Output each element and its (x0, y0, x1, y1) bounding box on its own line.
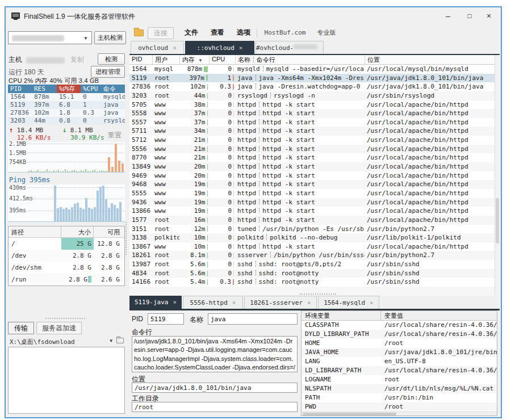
maximize-button[interactable]: □ (461, 10, 478, 22)
process-row[interactable]: 13987root5.6m0sshdsshd: root@pts/0,pts/2… (129, 260, 495, 269)
table-header[interactable]: 环境变量 变量值 (301, 311, 497, 321)
process-row[interactable]: 8770www21m0httpdhttpd -k start/usr/local… (129, 153, 495, 162)
process-row[interactable]: 14166root5.4m0.3sshdsshd: root@notty/usr… (129, 278, 495, 287)
process-row[interactable]: 5556www21m0httpdhttpd -k start/usr/local… (129, 145, 495, 154)
process-row[interactable]: 18261root8.1m0ssserver/bin/python /usr/b… (129, 251, 495, 260)
close-icon[interactable]: × (307, 299, 311, 306)
process-row[interactable]: 5712www21m0httpdhttpd -k start/usr/local… (129, 136, 495, 145)
copy-link[interactable]: 复制 (70, 55, 84, 65)
pid-field[interactable] (148, 313, 184, 325)
process-row[interactable]: 3203root44m0rsyslogdrsyslogd -n/usr/sbin… (129, 91, 495, 100)
process-row[interactable]: 13867www10m0httpdhttpd -k start/usr/loca… (129, 242, 495, 251)
disk-row[interactable]: /dev2.8 G2.8 G (9, 250, 124, 262)
minimize-button[interactable]: – (439, 10, 456, 22)
tab-transfer[interactable]: 传输 (8, 322, 34, 334)
env-row[interactable]: PWD/root (301, 402, 497, 411)
transfer-file-list[interactable] (8, 347, 125, 414)
process-manager-button[interactable]: 进程管理 (91, 66, 125, 78)
process-row[interactable]: 13849www20m0httpdhttpd -k start/usr/loca… (129, 162, 495, 171)
close-icon[interactable]: × (173, 44, 177, 52)
view-menu[interactable]: 查看 (206, 27, 229, 39)
splitter-handle[interactable] (45, 318, 85, 319)
process-row[interactable]: 1577root16m0httpdhttpd -k start/usr/loca… (129, 216, 495, 225)
process-row[interactable]: 5557www37m0httpdhttpd -k start/usr/local… (129, 118, 495, 127)
env-row[interactable]: NLSPATH/usr/dt/lib/nls/msg/%L/%N.cat (301, 384, 497, 393)
process-row[interactable]: 5555www19m0httpdhttpd -k start/usr/local… (129, 189, 495, 198)
column-header-user[interactable]: 用户 (152, 55, 179, 64)
pro-version-link[interactable]: 专业版 (312, 27, 341, 39)
process-row[interactable]: 9469www20m0httpdhttpd -k start/usr/local… (129, 171, 495, 180)
column-header-mem[interactable]: 内存▼ (179, 55, 209, 64)
check-button[interactable]: 检测 (98, 53, 125, 65)
chevron-down-icon[interactable]: ▼ (110, 338, 112, 343)
column-header-name-cmd[interactable]: 名称命令行 (235, 55, 365, 64)
hostbuf-link[interactable]: HostBuf.com (261, 27, 309, 39)
splitter-handle[interactable] (300, 293, 336, 295)
location-field[interactable] (132, 383, 298, 393)
column-header-cpu[interactable]: CPU (209, 55, 235, 64)
env-row[interactable]: DYLD_LIBRARY_PATH/usr/local/share/resin-… (301, 330, 497, 339)
workdir-field[interactable] (132, 402, 298, 412)
tab-session-1[interactable]: ovhcloud× (131, 41, 184, 54)
env-row[interactable]: LD_LIBRARY_PATH/usr/local/share/resin-4.… (301, 366, 497, 375)
name-field[interactable] (208, 313, 298, 325)
process-row[interactable]: 27836root102m0.3javajava -Dresin.watchdo… (129, 82, 495, 91)
download-path-bar[interactable]: X:\桌面\fsdownload ▼ (8, 337, 125, 347)
close-button[interactable]: × (480, 10, 497, 22)
env-row[interactable]: PATH/usr/bin:/bin (301, 393, 497, 402)
column-header-pid[interactable]: PID (129, 55, 152, 64)
close-icon[interactable]: × (232, 299, 236, 306)
host-check-button[interactable]: 主机检测 (94, 31, 126, 44)
host-select-combobox[interactable]: ▼ (8, 31, 92, 44)
tab-detail-3[interactable]: 18261-ssserver× (244, 296, 317, 309)
process-row[interactable]: 1564mysql878m0mysqldmysqld --basedir=/us… (129, 65, 495, 74)
tab-detail-2[interactable]: 5556-httpd× (183, 296, 243, 309)
tab-detail-4[interactable]: 1564-mysqld× (318, 296, 379, 309)
open-folder-icon[interactable] (116, 338, 124, 343)
tab-session-2-active[interactable]: ::ovhcloud× (185, 41, 254, 54)
cmdline-box[interactable]: /usr/java/jdk1.8.0_101/bin/java -Xms64m … (132, 336, 298, 372)
process-row[interactable]: 9436www19m0httpdhttpd -k start/usr/local… (129, 198, 495, 207)
close-icon[interactable]: × (239, 44, 243, 52)
table-header[interactable]: PID RES %内存 %CPU 命令 (8, 85, 125, 93)
horizontal-scrollbar[interactable] (301, 411, 497, 415)
close-icon[interactable]: × (322, 44, 324, 52)
folder-icon[interactable] (134, 30, 144, 36)
process-row[interactable]: 27836102m1.80.3java (8, 109, 125, 117)
column-header-location[interactable]: 位置 (365, 55, 495, 64)
connect-button[interactable]: 连接 (148, 27, 174, 39)
env-row[interactable]: CLASSPATH/usr/local/share/resin-4.0.36/l… (301, 321, 497, 330)
title-bar[interactable]: FinalShell 1.9 一体化服务器管理软件 – □ × (6, 7, 501, 24)
tab-server-accel[interactable]: 服务器加速 (36, 322, 82, 334)
options-menu[interactable]: 选项 (232, 27, 256, 39)
process-row[interactable]: 9468www19m0httpdhttpd -k start/usr/local… (129, 180, 495, 189)
process-row[interactable]: 5119root397m1javajava -Xms64m -Xmx1024m … (129, 74, 495, 83)
tab-detail-1-active[interactable]: 5119-java× (129, 296, 182, 309)
env-row[interactable]: JAVA_HOME/usr/java/jdk1.8.0_101/jre/bin/… (301, 348, 497, 357)
tab-session-3[interactable]: #ovhcloud-× (256, 41, 324, 54)
process-row[interactable]: 5705www38m0httpdhttpd -k start/usr/local… (129, 100, 495, 110)
close-icon[interactable]: × (370, 299, 374, 306)
disk-row[interactable]: /25 G12.8 G (9, 238, 124, 250)
process-row[interactable]: 13866www19m0httpdhttpd -k start/usr/loca… (129, 207, 495, 216)
disk-row[interactable]: /dev/shm2.8 G2.8 G (9, 262, 124, 274)
reset-link[interactable]: 重置 (108, 131, 122, 140)
table-header[interactable]: 路径 大小 可用 (9, 226, 124, 238)
scrollbar-thumb[interactable] (303, 413, 396, 415)
process-row[interactable]: 5558www37m0httpdhttpd -k start/usr/local… (129, 109, 495, 118)
env-row[interactable]: LOGNAMEroot (301, 375, 497, 384)
process-row[interactable]: 5711www34m0httpdhttpd -k start/usr/local… (129, 127, 495, 136)
scrollbar-thumb[interactable] (496, 198, 499, 243)
process-row[interactable]: 1564878m15.10mysqld (8, 93, 125, 101)
process-row[interactable]: 3151root12m0tuned/usr/bin/python -Es /us… (129, 225, 495, 234)
process-row[interactable]: 320344m0.80rsyslogd (8, 117, 125, 125)
splitter-handle[interactable] (125, 222, 127, 255)
env-row[interactable]: LANGen_US.UTF-8 (301, 357, 497, 366)
env-row[interactable]: HOME/root (301, 339, 497, 348)
process-row[interactable]: 5119397m6.81java (8, 101, 125, 109)
process-row[interactable]: 3138polkitd10m0polkitdpolkitd --no-debug… (129, 233, 495, 242)
vertical-scrollbar[interactable] (495, 55, 500, 296)
file-menu[interactable]: 文件 (179, 27, 203, 39)
close-icon[interactable]: × (173, 299, 177, 306)
disk-row[interactable]: /run2.8 G2.6 G (9, 274, 124, 285)
